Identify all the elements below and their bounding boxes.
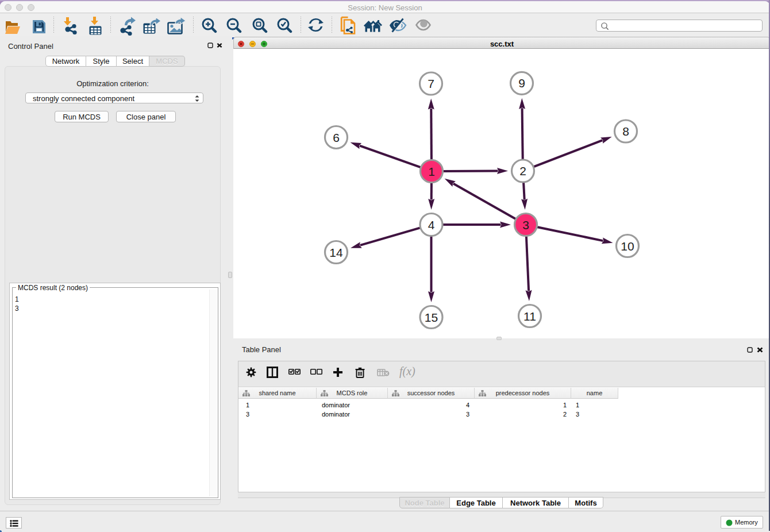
svg-text:2: 2 <box>519 164 526 178</box>
svg-text:8: 8 <box>622 125 629 138</box>
svg-text:4: 4 <box>428 218 435 232</box>
svg-text:9: 9 <box>518 76 525 90</box>
svg-text:7: 7 <box>428 77 434 90</box>
svg-text:3: 3 <box>522 218 529 232</box>
svg-text:6: 6 <box>333 131 340 144</box>
svg-text:10: 10 <box>621 240 634 253</box>
svg-text:11: 11 <box>523 310 536 323</box>
svg-text:15: 15 <box>425 311 438 324</box>
svg-text:1: 1 <box>428 165 435 178</box>
svg-text:14: 14 <box>329 246 343 259</box>
